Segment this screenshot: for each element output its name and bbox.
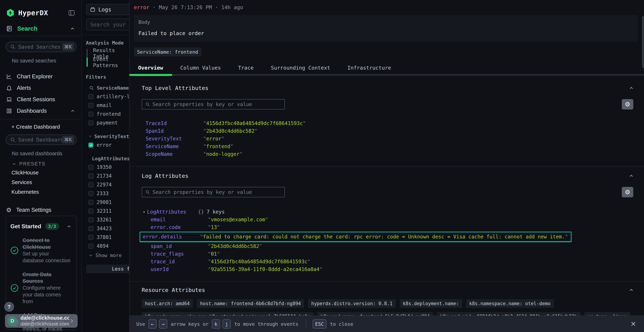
preset-kubernetes[interactable]: Kubernetes: [0, 187, 82, 197]
checkbox[interactable]: [88, 182, 94, 187]
attr-value[interactable]: 13: [208, 224, 220, 230]
events-search-input[interactable]: [86, 18, 130, 30]
attr-value[interactable]: vmoses@example.com: [208, 216, 268, 222]
checkbox-checked[interactable]: [88, 142, 94, 148]
sidebar-item-dashboards[interactable]: Dashboards: [0, 105, 82, 117]
filter-option[interactable]: frontend: [88, 111, 129, 117]
service-name-chip[interactable]: ServiceName: frontend: [134, 48, 201, 56]
attr-key[interactable]: LogAttributes: [147, 209, 198, 215]
attr-value[interactable]: 92a55156-39a4-11f0-8ddd-a2eca416a8a4: [208, 266, 322, 272]
scrollbar-thumb[interactable]: [642, 16, 644, 68]
tab-overview[interactable]: Overview: [138, 65, 163, 71]
filter-option[interactable]: 4894: [88, 243, 129, 249]
resource-chip[interactable]: host.name: frontend-6b6c8d7bfd-ng894: [197, 299, 304, 308]
checkbox[interactable]: [88, 103, 94, 108]
attr-key[interactable]: error.details: [143, 234, 200, 240]
attr-key[interactable]: email: [150, 216, 208, 222]
attr-value[interactable]: failed to charge card: could not charge …: [200, 234, 568, 240]
resource-chip[interactable]: hyperdx.distro.version: 0.8.1: [308, 299, 396, 308]
checkbox[interactable]: [88, 165, 94, 170]
get-started-step[interactable]: Connect to ClickHouse Set up your databa…: [10, 237, 72, 264]
filter-group-logattributes[interactable]: LogAttributes: [89, 156, 129, 161]
saved-searches-input[interactable]: ⌘K: [6, 42, 76, 52]
attr-value[interactable]: 2b43d0c4dd6bc582: [208, 243, 262, 249]
attr-value[interactable]: 4156d3fbc40a64854d9dc7f68641593c: [208, 259, 310, 264]
events-search-field[interactable]: [90, 22, 130, 28]
collapse-section-icon[interactable]: [628, 173, 634, 178]
filter-option[interactable]: 32311: [88, 208, 129, 214]
source-select[interactable]: Logs: [86, 4, 130, 15]
properties-search-field[interactable]: [152, 102, 284, 107]
less-filters-button[interactable]: Less fil: [86, 264, 130, 273]
tab-infrastructure[interactable]: Infrastructure: [348, 65, 391, 71]
help-button[interactable]: ?: [4, 302, 14, 312]
checkbox[interactable]: [88, 235, 94, 240]
close-icon[interactable]: ✕: [630, 320, 636, 328]
sidebar-item-chart-explorer[interactable]: Chart Explorer: [0, 71, 82, 82]
attr-key[interactable]: SeverityText: [146, 136, 203, 142]
collapse-sidebar-icon[interactable]: [68, 9, 75, 16]
mode-event-patterns[interactable]: Event Patterns: [86, 58, 129, 67]
properties-search-field[interactable]: [152, 189, 284, 195]
filter-option[interactable]: 37801: [88, 234, 129, 240]
resource-chip[interactable]: k8s.namespace.name: otel-demo: [466, 299, 554, 308]
filter-option[interactable]: 29081: [88, 199, 129, 205]
checkbox[interactable]: [88, 191, 94, 196]
sidebar-item-client-sessions[interactable]: Client Sessions: [0, 94, 82, 105]
attr-value[interactable]: frontend: [203, 144, 234, 149]
filter-option[interactable]: 34423: [88, 226, 129, 232]
tab-column-values[interactable]: Column Values: [180, 65, 221, 71]
filter-option[interactable]: 33261: [88, 217, 129, 223]
filter-option[interactable]: 2333: [88, 190, 129, 196]
team-settings-button[interactable]: ⚙ Team Settings: [6, 206, 82, 214]
checkbox[interactable]: [88, 174, 94, 178]
tab-trace[interactable]: Trace: [238, 65, 254, 71]
saved-dashboards-input[interactable]: ⌘K: [6, 134, 76, 145]
create-dashboard-button[interactable]: + Create Dashboard: [0, 122, 82, 132]
resource-chip[interactable]: k8s.deployment.name:: [400, 299, 462, 308]
filter-option[interactable]: email: [88, 102, 129, 108]
checkbox[interactable]: [88, 200, 94, 205]
get-started-header[interactable]: Get Started 3/3: [10, 223, 72, 230]
saved-dashboards-field[interactable]: [18, 137, 62, 143]
preset-services[interactable]: Services: [0, 178, 82, 187]
filter-option[interactable]: payment: [88, 120, 129, 126]
attr-key[interactable]: ServiceName: [146, 144, 203, 149]
preset-clickhouse[interactable]: ClickHouse: [0, 168, 82, 178]
filter-option[interactable]: 22974: [88, 182, 129, 188]
get-started-step[interactable]: Create Data Sources Configure where your…: [10, 271, 72, 305]
collapse-section-icon[interactable]: [628, 287, 634, 293]
sidebar-section-search[interactable]: Search: [0, 17, 82, 36]
checkbox[interactable]: [88, 94, 94, 99]
attr-value[interactable]: node-logger: [203, 151, 242, 157]
filter-option[interactable]: artillery-loa: [88, 94, 129, 100]
saved-searches-field[interactable]: [18, 44, 62, 50]
attr-key[interactable]: error.code: [150, 224, 208, 230]
resource-chip[interactable]: host.arch: amd64: [142, 299, 193, 308]
presets-toggle[interactable]: PRESETS: [12, 161, 82, 167]
attr-key[interactable]: trace_flags: [150, 251, 208, 257]
filter-option[interactable]: error: [88, 142, 129, 148]
collapse-section-icon[interactable]: [628, 85, 634, 91]
collapse-node-icon[interactable]: ▾: [143, 210, 147, 214]
attr-value[interactable]: error: [203, 136, 224, 142]
filter-group-servicename[interactable]: ServiceName: [89, 85, 129, 91]
filter-option[interactable]: 19350: [88, 164, 129, 170]
checkbox[interactable]: [88, 244, 94, 249]
attr-value[interactable]: 2b43d0c4dd6bc582: [203, 128, 258, 134]
tab-surrounding-context[interactable]: Surrounding Context: [271, 65, 330, 71]
attr-key[interactable]: SpanId: [146, 128, 203, 134]
gear-icon[interactable]: ⚙: [622, 99, 633, 110]
attr-value[interactable]: 01: [208, 251, 220, 257]
checkbox[interactable]: [88, 217, 94, 222]
checkbox[interactable]: [88, 208, 94, 214]
attr-key[interactable]: ScopeName: [146, 151, 203, 157]
show-more-button[interactable]: Show more: [88, 252, 129, 258]
attr-key[interactable]: trace_id: [150, 259, 208, 264]
properties-search-input[interactable]: [142, 187, 285, 197]
sidebar-item-alerts[interactable]: Alerts: [0, 82, 82, 94]
checkbox[interactable]: [88, 120, 94, 126]
attr-value[interactable]: 4156d3fbc40a64854d9dc7f68641593c: [203, 120, 306, 126]
attr-key[interactable]: TraceId: [146, 120, 203, 126]
attr-key[interactable]: userId: [150, 266, 208, 272]
